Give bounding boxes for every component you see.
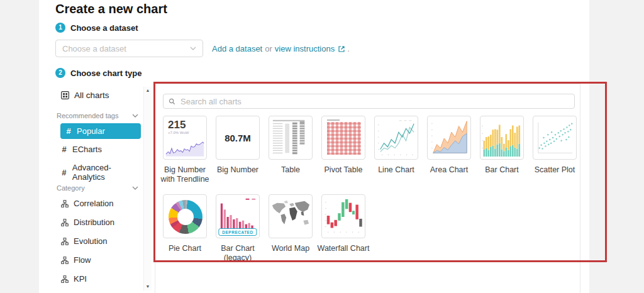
chart-thumb-pivot-table [321,116,365,160]
chart-thumb-waterfall-chart [321,194,365,238]
hash-icon: # [61,168,67,177]
sidebar-item-correlation[interactable]: Correlation [55,199,142,208]
deprecated-badge: DEPRECATED [218,228,257,236]
area-chart-icon [428,116,470,159]
view-instructions-link[interactable]: view instructions [275,44,335,53]
step-2-row: 2 Choose chart type [55,68,142,78]
or-text: or [265,44,272,53]
grid-icon [61,91,69,99]
chart-card-bar-chart[interactable]: Bar Chart [480,116,524,185]
step-1-badge: 1 [55,23,65,33]
section-category[interactable]: Category [55,184,142,192]
external-link-icon [338,46,345,52]
hash-icon: # [61,145,67,154]
pivot-grid-icon [327,122,361,155]
sidebar-item-echarts[interactable]: # ECharts [55,145,142,154]
sidebar-item-popular[interactable]: # Popular [60,123,141,139]
add-dataset-link[interactable]: Add a dataset [212,44,262,53]
sidebar-item-all-charts[interactable]: All charts [55,91,142,100]
scroll-up-icon[interactable]: ▲ [145,88,150,93]
chart-card-label: Pivot Table [316,165,371,175]
period-text: . [347,44,350,53]
chart-cards-row-1: 215 +7.0% WoW Big Number with Trendline … [163,116,577,185]
hash-icon: # [65,126,72,136]
chart-card-world-map[interactable]: World Map [269,194,313,263]
sidebar-item-distribution[interactable]: Distribution [55,218,142,227]
sidebar-item-flow[interactable]: Flow [55,255,142,265]
chart-type-panel: 215 +7.0% WoW Big Number with Trendline … [155,84,580,293]
chart-card-label: Table [263,165,318,175]
dataset-select[interactable]: Choose a dataset [55,40,203,57]
sidebar-item-label: All charts [74,91,109,100]
chart-card-label: Big Number with Trendline [157,165,213,185]
chart-card-table[interactable]: Table [269,116,313,185]
hierarchy-icon [61,275,69,283]
hierarchy-icon [61,238,69,245]
chart-card-label: Area Chart [421,165,477,175]
section-recommended-tags[interactable]: Recommended tags [55,112,142,119]
chart-card-scatter-plot[interactable]: Scatter Plot [533,116,577,185]
chart-card-label: Line Chart [369,165,424,175]
chart-card-area-chart[interactable]: Area Chart [427,116,471,185]
chart-card-label: Waterfall Chart [316,244,371,253]
sidebar-item-advanced-analytics[interactable]: # Advanced-Analytics [55,163,142,182]
chart-thumb-big-number: 80.7M [216,116,260,160]
sidebar-item-evolution[interactable]: Evolution [55,236,142,246]
hierarchy-icon [61,257,69,264]
pivot-header-bar [327,119,340,121]
chart-card-pivot-table[interactable]: Pivot Table [321,116,365,185]
step-2-label: Choose chart type [70,69,142,78]
hierarchy-icon [61,200,69,207]
chart-card-bar-chart-legacy[interactable]: DEPRECATED Bar Chart (legacy) [216,194,260,263]
sidebar-item-label: Correlation [74,199,114,208]
sidebar-item-label: Evolution [74,236,107,246]
chart-thumb-line-chart [374,116,418,160]
chart-search-box[interactable] [163,94,575,109]
line-chart-icon [375,116,418,159]
chart-card-label: Pie Chart [157,244,213,253]
chart-card-line-chart[interactable]: Line Chart [374,116,418,185]
sidebar-item-label: Flow [74,255,91,265]
waterfall-chart-icon [322,195,365,238]
sidebar-item-kpi[interactable]: KPI [55,274,142,284]
step-1-label: Choose a dataset [70,23,138,33]
sidebar-item-label: Advanced-Analytics [72,163,142,182]
sidebar-scrollbar[interactable]: ▲ ▼ [143,87,152,290]
search-input[interactable] [179,96,569,107]
section-label: Recommended tags [57,112,118,119]
sidebar-item-label: Popular [77,126,105,136]
chart-card-big-number-trendline[interactable]: 215 +7.0% WoW Big Number with Trendline [163,116,207,185]
sparkline-icon [165,140,205,157]
thumb-big-number-text: 80.7M [225,133,251,143]
pie-chart-icon [169,200,203,234]
sidebar-item-label: ECharts [72,145,102,154]
thumb-big-number-delta: +7.0% WoW [168,131,206,135]
thumb-big-number-value: 215 [168,119,206,130]
sidebar-item-label: KPI [74,274,87,284]
chart-card-waterfall-chart[interactable]: Waterfall Chart [321,194,365,263]
chart-thumb-bar-chart-legacy: DEPRECATED [216,194,260,238]
chevron-down-icon [132,114,138,118]
bar-chart-icon [480,116,523,159]
chart-card-label: World Map [263,244,318,253]
section-label: Category [57,184,85,192]
scroll-down-icon[interactable]: ▼ [145,284,150,289]
chart-card-label: Bar Chart [474,165,530,175]
chart-thumb-scatter-plot [533,116,577,160]
create-chart-screen: Create a new chart 1 Choose a dataset Ch… [0,0,644,293]
chart-thumb-world-map [269,194,313,238]
chart-card-pie-chart[interactable]: Pie Chart [163,194,207,263]
chart-thumb-bar-chart [480,116,524,160]
chart-thumb-pie-chart [163,194,207,238]
chart-card-big-number[interactable]: 80.7M Big Number [216,116,260,185]
step-1-row: 1 Choose a dataset [55,23,138,33]
chart-type-sidebar: All charts Recommended tags # Popular # … [55,86,151,293]
chart-cards-row-2: Pie Chart [163,194,365,263]
scatter-plot-icon [533,116,576,159]
search-icon [169,98,175,105]
world-map-icon [269,195,312,238]
chart-card-label: Big Number [210,165,265,175]
chevron-down-icon [132,186,138,190]
hierarchy-icon [61,219,69,226]
chart-thumb-area-chart [427,116,471,160]
